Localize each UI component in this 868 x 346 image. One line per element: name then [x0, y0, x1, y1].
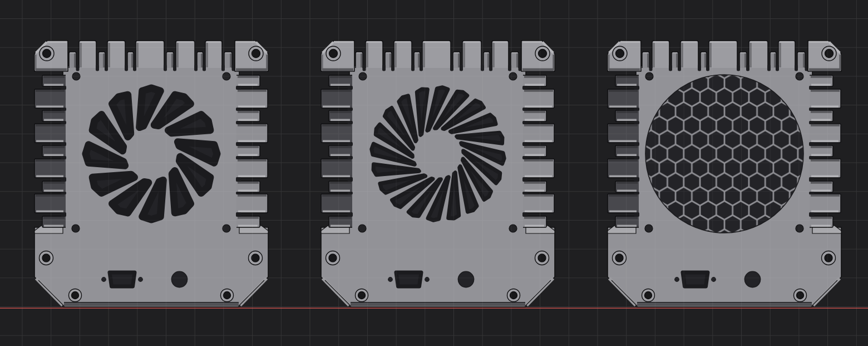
edge-notch	[61, 177, 67, 182]
edge-tab	[523, 124, 554, 143]
top-slot-notch	[669, 65, 672, 71]
edge-tab	[321, 194, 352, 213]
edge-notch	[522, 192, 528, 194]
edge-notch	[348, 142, 353, 146]
fan-mount-hole	[509, 225, 517, 232]
top-slot-notch	[411, 65, 415, 71]
edge-tab	[34, 194, 66, 213]
top-slot-notch	[96, 65, 99, 71]
top-slot-notch	[420, 65, 423, 71]
top-slot-notch	[125, 65, 128, 71]
bottom-edge-band	[351, 303, 525, 306]
edge-notch	[634, 86, 640, 90]
top-tab	[462, 41, 481, 68]
honeycomb-holes	[645, 75, 803, 233]
edge-notch	[236, 86, 241, 90]
edge-tab	[608, 124, 639, 143]
edge-notch	[61, 192, 67, 194]
edge-notch	[809, 192, 815, 194]
top-tab	[107, 41, 125, 68]
screw-hole-bottom-left	[42, 254, 50, 262]
top-slot-notch	[489, 65, 492, 71]
edge-notch	[61, 108, 67, 111]
screw-hole-inner-right	[224, 292, 231, 299]
screw-hole-inner-left	[645, 292, 652, 299]
edge-notch	[809, 121, 815, 124]
panel-fan-12-blade[interactable]	[34, 41, 268, 307]
top-slot-notch	[706, 65, 709, 71]
edge-tab	[810, 159, 841, 178]
top-slot-notch	[173, 65, 176, 71]
screw-hole-top-right	[825, 50, 834, 58]
db9-connector-cutout	[683, 272, 708, 286]
top-tab	[176, 41, 195, 68]
panel-fan-20-blade[interactable]	[321, 41, 555, 307]
bottom-edge-band	[64, 303, 239, 306]
edge-notch	[236, 212, 241, 217]
edge-notch	[236, 156, 241, 159]
top-slot-notch	[450, 65, 453, 71]
screw-hole-top-left	[329, 50, 338, 58]
edge-notch	[809, 86, 815, 90]
top-slot-notch	[649, 65, 653, 71]
screw-hole-inner-left	[72, 292, 79, 299]
edge-notch	[348, 86, 353, 90]
bottom-edge-band	[637, 303, 812, 306]
edge-notch	[634, 177, 640, 182]
top-slot-notch	[76, 65, 80, 71]
edge-notch	[348, 212, 353, 217]
edge-tab	[34, 124, 66, 143]
screw-hole-bottom-right	[825, 254, 832, 262]
top-tab	[136, 41, 164, 68]
top-slot-notch	[363, 65, 366, 71]
screw-hole-bottom-right	[538, 254, 546, 262]
db9-connector-cutout	[110, 272, 135, 286]
edge-tab	[608, 194, 639, 213]
edge-notch	[634, 121, 640, 124]
honeycomb-cutout	[645, 75, 803, 233]
edge-tab	[523, 159, 554, 178]
edge-notch	[348, 192, 353, 194]
fan-mount-hole	[796, 225, 803, 232]
edge-notch	[634, 156, 640, 159]
edge-tab	[608, 159, 639, 178]
edge-notch	[634, 212, 640, 217]
edge-tab	[236, 159, 268, 178]
fan-mount-hole	[358, 225, 366, 232]
top-slot-notch	[133, 65, 136, 71]
edge-tab	[810, 124, 841, 143]
top-slot-notch	[203, 65, 206, 71]
top-slot-notch	[746, 65, 749, 71]
edge-notch	[809, 212, 815, 217]
screw-hole-bottom-left	[329, 254, 337, 262]
edge-tab	[810, 194, 841, 213]
edge-notch	[236, 192, 241, 194]
edge-notch	[348, 177, 353, 182]
edge-notch	[348, 156, 353, 159]
top-slot-notch	[391, 65, 394, 71]
edge-notch	[61, 142, 67, 146]
edge-notch	[61, 121, 67, 124]
top-slot-notch	[776, 65, 779, 71]
viewport-3d[interactable]	[0, 0, 868, 346]
edge-notch	[809, 177, 815, 182]
edge-notch	[348, 121, 353, 124]
edge-tab	[236, 194, 268, 213]
top-slot-notch	[737, 65, 740, 71]
round-connector-hole	[458, 271, 474, 287]
top-slot-notch	[164, 65, 167, 71]
edge-notch	[522, 212, 528, 217]
top-tab	[680, 41, 698, 68]
edge-tab	[523, 194, 554, 213]
edge-tab	[321, 124, 352, 143]
fan-mount-hole	[72, 225, 80, 232]
fan-mount-hole	[645, 225, 653, 232]
screw-hole-top-left	[616, 50, 624, 58]
edge-notch	[522, 108, 528, 111]
screw-hole-inner-left	[358, 292, 366, 299]
top-slot-notch	[698, 65, 701, 71]
screw-hole-top-left	[43, 50, 51, 58]
edge-notch	[236, 177, 241, 182]
screw-hole-top-right	[539, 50, 547, 58]
panel-honeycomb[interactable]	[608, 41, 841, 307]
